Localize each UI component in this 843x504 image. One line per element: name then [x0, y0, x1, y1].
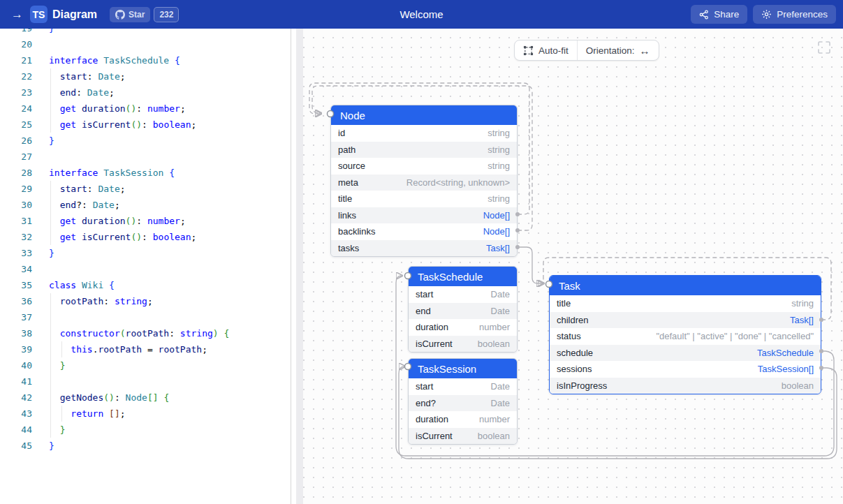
- code-line[interactable]: 41: [0, 373, 291, 390]
- entity-taskschedule[interactable]: TaskSchedulestartDateendDatedurationnumb…: [408, 266, 518, 353]
- field-type-link[interactable]: Node[]: [483, 210, 510, 221]
- field-type: string: [488, 144, 510, 155]
- code-line[interactable]: 43 return [];: [0, 406, 291, 422]
- diagram-canvas[interactable]: NodeidstringpathstringsourcestringmetaRe…: [303, 29, 843, 504]
- field-name: end?: [416, 398, 436, 408]
- field-name: end: [416, 306, 431, 316]
- code-text: getNodes(): Node[] {: [49, 390, 169, 406]
- code-line[interactable]: 38 constructor(rootPath: string) {: [0, 325, 291, 341]
- preferences-button[interactable]: Preferences: [753, 5, 836, 24]
- code-line[interactable]: 36 rootPath: string;: [0, 293, 291, 309]
- entity-row: titlestring: [331, 191, 517, 207]
- line-number: 25: [0, 117, 32, 133]
- code-line[interactable]: 35class Wiki {: [0, 277, 291, 293]
- code-line[interactable]: 26}: [0, 133, 291, 149]
- auto-fit-button[interactable]: Auto-fit: [515, 40, 577, 60]
- code-line[interactable]: 24 get duration(): number;: [0, 101, 291, 117]
- code-editor[interactable]: 19}2021interface TaskSchedule {22 start:…: [0, 29, 291, 504]
- code-line[interactable]: 30 end?: Date;: [0, 197, 291, 213]
- field-type-link[interactable]: Node[]: [483, 226, 510, 237]
- code-line[interactable]: 37: [0, 309, 291, 325]
- code-line[interactable]: 25 get isCurrent(): boolean;: [0, 117, 291, 133]
- code-text: interface TaskSession {: [49, 165, 175, 181]
- line-number: 29: [0, 181, 32, 197]
- code-text: this.rootPath = rootPath;: [49, 341, 207, 357]
- line-number: 37: [0, 309, 32, 325]
- star-count-badge: 232: [154, 7, 179, 22]
- code-text: interface TaskSchedule {: [49, 52, 180, 68]
- code-text: class Wiki {: [49, 277, 115, 293]
- code-lines: 19}2021interface TaskSchedule {22 start:…: [0, 29, 291, 454]
- entity-row: titlestring: [550, 295, 821, 312]
- code-line[interactable]: 39 this.rootPath = rootPath;: [0, 341, 291, 357]
- line-number: 40: [0, 357, 32, 373]
- code-line[interactable]: 42 getNodes(): Node[] {: [0, 390, 291, 406]
- code-line[interactable]: 44 }: [0, 422, 291, 438]
- code-line[interactable]: 31 get duration(): number;: [0, 213, 291, 229]
- entity-row: isCurrentboolean: [409, 336, 517, 353]
- panel-resizer[interactable]: [291, 29, 303, 504]
- entity-node[interactable]: NodeidstringpathstringsourcestringmetaRe…: [330, 105, 518, 257]
- code-text: start: Date;: [49, 181, 126, 197]
- entity-row: status"default" | "active" | "done" | "c…: [550, 328, 821, 345]
- github-star-widget[interactable]: Star 232: [110, 7, 179, 22]
- field-name: duration: [416, 322, 448, 332]
- orientation-label: Orientation:: [586, 45, 635, 56]
- code-line[interactable]: 34: [0, 261, 291, 277]
- fullscreen-icon[interactable]: [817, 40, 831, 54]
- entity-tasksession[interactable]: TaskSessionstartDateend?Datedurationnumb…: [408, 358, 518, 445]
- topbar: → TS Diagram Star 232 Welcome Share Pref…: [0, 0, 843, 29]
- entity-row: sourcestring: [331, 158, 517, 175]
- code-text: rootPath: string;: [49, 293, 153, 309]
- orientation-button[interactable]: Orientation: ↔: [578, 40, 659, 60]
- code-text: return [];: [49, 406, 126, 422]
- code-text: }: [49, 133, 54, 149]
- entity-row: isInProgressboolean: [550, 378, 821, 394]
- entity-row: startDate: [409, 286, 517, 303]
- field-type: boolean: [782, 380, 814, 391]
- line-number: 45: [0, 438, 32, 454]
- code-line[interactable]: 21interface TaskSchedule {: [0, 52, 291, 68]
- field-type-link[interactable]: Task[]: [486, 243, 510, 253]
- entity-row: linksNode[]: [331, 207, 517, 224]
- entity-row: startDate: [409, 378, 517, 395]
- code-line[interactable]: 40 }: [0, 357, 291, 373]
- entity-task[interactable]: TasktitlestringchildrenTask[]status"defa…: [549, 275, 821, 394]
- entity-title: TaskSession: [409, 359, 517, 378]
- entity-row: durationnumber: [409, 411, 517, 428]
- gear-icon: [761, 9, 772, 20]
- code-line[interactable]: 32 get isCurrent(): boolean;: [0, 229, 291, 245]
- line-number: 24: [0, 101, 32, 117]
- code-line[interactable]: 28interface TaskSession {: [0, 165, 291, 181]
- line-number: 31: [0, 213, 32, 229]
- code-line[interactable]: 22 start: Date;: [0, 68, 291, 84]
- share-button[interactable]: Share: [691, 5, 747, 24]
- code-line[interactable]: 27: [0, 149, 291, 165]
- field-name: start: [416, 289, 433, 299]
- field-type-link[interactable]: TaskSchedule: [757, 348, 814, 358]
- line-number: 42: [0, 390, 32, 406]
- code-text: }: [49, 29, 54, 36]
- code-line[interactable]: 19}: [0, 29, 291, 36]
- field-type: number: [479, 414, 510, 424]
- code-line[interactable]: 45}: [0, 438, 291, 454]
- entity-row: idstring: [331, 125, 517, 142]
- field-type-link[interactable]: Task[]: [790, 315, 814, 325]
- entities-layer: NodeidstringpathstringsourcestringmetaRe…: [303, 29, 843, 504]
- collapse-panel-arrow-icon[interactable]: →: [11, 8, 23, 22]
- line-number: 36: [0, 293, 32, 309]
- code-text: }: [49, 245, 54, 261]
- field-name: start: [416, 381, 433, 392]
- field-type: Date: [491, 289, 510, 299]
- line-number: 23: [0, 84, 32, 101]
- diagram-toolbar: Auto-fit Orientation: ↔: [514, 40, 659, 61]
- field-name: links: [338, 210, 356, 221]
- code-text: start: Date;: [49, 68, 126, 84]
- code-line[interactable]: 33}: [0, 245, 291, 261]
- auto-fit-icon: [523, 45, 534, 56]
- field-type-link[interactable]: TaskSession[]: [758, 364, 814, 374]
- code-line[interactable]: 23 end: Date;: [0, 84, 291, 101]
- code-line[interactable]: 29 start: Date;: [0, 181, 291, 197]
- code-line[interactable]: 20: [0, 36, 291, 52]
- field-name: title: [557, 298, 571, 309]
